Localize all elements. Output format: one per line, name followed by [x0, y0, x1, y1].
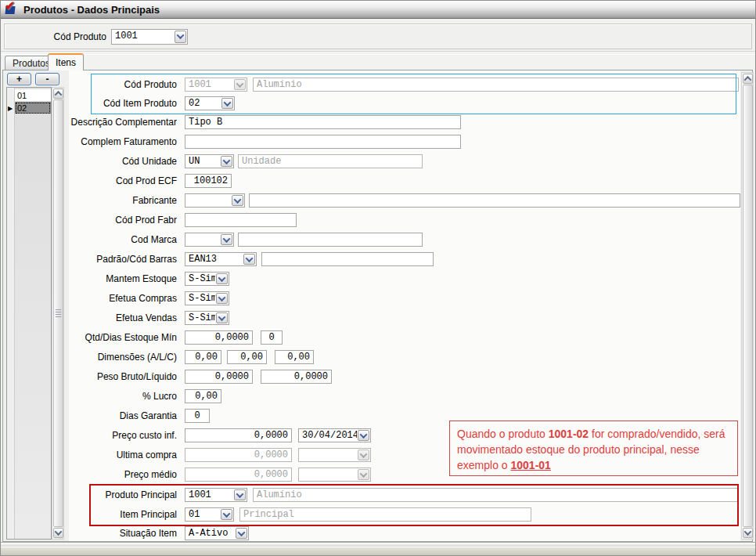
fabricante-label: Fabricante [70, 195, 181, 206]
selected-row-marker-icon: ▶ [8, 105, 13, 112]
highlight-box-blue [91, 74, 736, 114]
dimensao-l-field[interactable]: 0,00 [227, 350, 267, 364]
cod-barras-field[interactable] [261, 252, 434, 266]
remove-item-button[interactable]: - [35, 73, 59, 85]
peso-liquido-field[interactable]: 0,0000 [261, 370, 332, 384]
chevron-down-icon[interactable] [236, 528, 247, 539]
cod-unidade-name-field[interactable]: Unidade [238, 154, 423, 168]
chevron-down-icon[interactable] [232, 195, 243, 206]
dimensao-a-field[interactable]: 0,00 [185, 350, 221, 364]
mantem-estoque-label: Mantem Estoque [70, 273, 181, 284]
scroll-down-icon[interactable] [743, 528, 753, 538]
padrao-cod-barras-combo[interactable]: EAN13 [185, 252, 257, 266]
annotation-note: Quando o produto 1001-02 for comprado/ve… [449, 421, 738, 476]
complem-faturamento-field[interactable] [185, 135, 461, 149]
gripper-icon [56, 309, 61, 317]
peso-bruto-field[interactable]: 0,0000 [185, 370, 253, 384]
descricao-complementar-label: Descrição Complementar [70, 117, 181, 128]
form-scrollbar-thumb[interactable] [743, 85, 753, 527]
chevron-down-icon[interactable] [216, 293, 228, 304]
cod-prod-ecf-label: Cod Prod ECF [70, 175, 181, 186]
dimensao-c-field[interactable]: 0,00 [275, 350, 314, 364]
scroll-down-icon[interactable] [53, 528, 63, 538]
efetua-compras-label: Efetua Compras [70, 293, 181, 304]
chevron-down-icon[interactable] [216, 312, 228, 323]
descricao-complementar-field[interactable]: Tipo B [185, 115, 461, 129]
preco-custo-inf-label: Preço custo inf. [70, 430, 181, 441]
cod-prod-ecf-field[interactable]: 100102 [185, 174, 232, 188]
complem-faturamento-label: Complem Faturamento [70, 136, 181, 147]
cod-unidade-label: Cód Unidade [70, 156, 181, 167]
grid-marker-column [7, 88, 15, 539]
efetua-vendas-combo[interactable]: S-Sim [185, 311, 229, 325]
fabricante-combo[interactable] [185, 193, 245, 208]
tab-itens[interactable]: Itens [48, 53, 84, 70]
situacao-item-combo[interactable]: A-Ativo [185, 526, 249, 540]
cod-marca-combo[interactable] [185, 233, 234, 247]
cod-marca-name-field[interactable] [238, 233, 423, 247]
dias-estoque-min-field[interactable]: 0 [261, 330, 283, 345]
cod-prod-fabr-field[interactable] [185, 213, 297, 227]
app-icon: ✔ [5, 3, 19, 16]
qtd-estoque-min-field[interactable]: 0,0000 [185, 330, 253, 345]
note-text: Quando o produto [457, 428, 549, 440]
qtd-dias-estoque-min-label: Qtd/Dias Estoque Mín [70, 332, 181, 343]
list-item[interactable]: 01 [15, 89, 51, 102]
note-code-1001-02: 1001-02 [549, 428, 589, 440]
chevron-down-icon[interactable] [358, 449, 369, 460]
item-form: Cód Produto 1001 Alumínio Cód Item Produ… [70, 1, 743, 549]
lucro-field[interactable]: 0,00 [185, 389, 221, 403]
dias-garantia-label: Dias Garantia [70, 410, 181, 421]
list-scrollbar[interactable] [52, 87, 64, 540]
highlight-box-red [89, 484, 739, 526]
scroll-up-icon[interactable] [53, 88, 63, 99]
mantem-estoque-combo[interactable]: S-Sim [185, 272, 229, 286]
dias-garantia-field[interactable]: 0 [185, 409, 210, 423]
preco-custo-inf-field[interactable]: 0,0000 [185, 428, 292, 442]
fabricante-name-field[interactable] [249, 193, 740, 208]
cod-unidade-combo[interactable]: UN [185, 154, 234, 168]
chevron-down-icon[interactable] [358, 469, 369, 480]
list-item-selected[interactable]: 02 [15, 102, 51, 114]
preco-custo-inf-date-combo[interactable]: 30/04/2014 [298, 428, 371, 442]
note-code-1001-01: 1001-01 [510, 459, 550, 471]
add-item-button[interactable]: + [7, 73, 31, 85]
list-scrollbar-thumb[interactable] [53, 99, 63, 527]
ultima-compra-label: Ultima compra [70, 449, 181, 460]
lucro-label: % Lucro [70, 391, 181, 402]
item-list-grid: 01 02 ▶ [6, 87, 52, 540]
dimensoes-label: Dimensões (A/L/C) [70, 352, 181, 363]
app-window: ✔ Produtos - Dados Principais Cód Produt… [0, 0, 756, 556]
chevron-down-icon[interactable] [216, 273, 228, 284]
cod-prod-fabr-label: Cód Prod Fabr [70, 215, 181, 226]
efetua-compras-combo[interactable]: S-Sim [185, 291, 229, 305]
chevron-down-icon[interactable] [221, 156, 232, 167]
scroll-up-icon[interactable] [743, 74, 753, 84]
chevron-down-icon[interactable] [243, 254, 255, 265]
check-icon: ✔ [5, 0, 15, 13]
ultima-compra-field[interactable]: 0,0000 [185, 448, 292, 462]
preco-medio-date-combo[interactable] [298, 468, 371, 482]
cod-marca-label: Cod Marca [70, 234, 181, 245]
padrao-cod-barras-label: Padrão/Cód Barras [70, 254, 181, 265]
ultima-compra-date-combo[interactable] [298, 448, 371, 462]
chevron-down-icon[interactable] [358, 430, 369, 441]
chevron-down-icon[interactable] [221, 234, 232, 245]
efetua-vendas-label: Efetua Vendas [70, 312, 181, 323]
peso-bruto-liquido-label: Peso Bruto/Líquido [70, 371, 181, 382]
status-bar [1, 547, 755, 556]
preco-medio-field[interactable]: 0,0000 [185, 468, 292, 482]
situacao-item-label: Situação Item [70, 528, 181, 539]
form-scrollbar[interactable] [741, 72, 754, 540]
preco-medio-label: Preço médio [70, 469, 181, 480]
